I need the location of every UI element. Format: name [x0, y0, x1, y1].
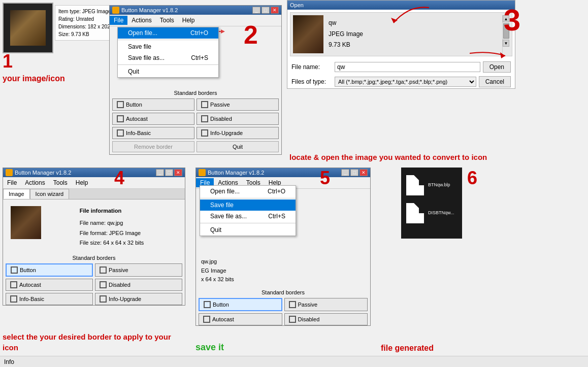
step4-close[interactable]: ✕: [174, 169, 182, 176]
info-label: Info: [4, 358, 14, 365]
step5-btn-button[interactable]: Button: [199, 298, 282, 311]
file-name-input[interactable]: [335, 62, 480, 72]
step5-file-snippet: qw.jpg EG Image x 64 x 32 bits: [196, 255, 370, 287]
step4-btn-info-basic[interactable]: Info-Basic: [6, 293, 93, 305]
step5-ft: EG Image: [201, 266, 365, 276]
file-icon-item-2: DISBTNqw...: [406, 203, 457, 223]
menu-file[interactable]: File: [110, 16, 127, 25]
bottom-section: Button Manager v1.8.2 _ □ ✕ File Actions…: [0, 165, 588, 367]
menu-actions[interactable]: Actions: [127, 16, 155, 25]
open-file-item[interactable]: Open file... Ctrl+O: [118, 27, 218, 39]
step5-save-file[interactable]: Save file: [200, 199, 296, 211]
menu-help[interactable]: Help: [178, 16, 199, 25]
step5-maximize[interactable]: □: [350, 169, 358, 176]
file-info-name: qw: [329, 18, 363, 29]
file-info-panel: qw JPEG Image 9.73 KB: [323, 15, 363, 53]
step4-number: 4: [114, 168, 124, 189]
step5-fs: x 64 x 32 bits: [201, 275, 365, 284]
file-dropdown: Open file... Ctrl+O Save file Save file …: [117, 27, 219, 78]
step5-quit[interactable]: Quit: [200, 224, 296, 236]
step4-area: Button Manager v1.8.2 _ □ ✕ File Actions…: [0, 165, 190, 367]
step4-btn-passive[interactable]: Passive: [95, 263, 182, 277]
step4-file-info: File information File name: qw.jpg File …: [3, 199, 185, 252]
app-icon-5: [199, 169, 206, 176]
step5-save-file-as[interactable]: Save file as... Ctrl+S: [200, 211, 296, 222]
file-name-label: File name:: [291, 63, 332, 71]
app-icon-4: [6, 169, 13, 176]
quit-item[interactable]: Quit: [118, 66, 218, 77]
step5-borders-grid: Button Passive Autocast Disabled: [196, 298, 370, 325]
app-icon: [112, 7, 119, 14]
btn-passive[interactable]: Passive: [197, 98, 279, 111]
step2-title-bar: Button Manager v1.8.2 _ □ ✕: [110, 6, 281, 15]
step4-title-bar: Button Manager v1.8.2 _ □ ✕: [3, 168, 185, 177]
step5-btn-passive[interactable]: Passive: [284, 298, 368, 311]
step4-menu-tools[interactable]: Tools: [49, 178, 72, 187]
quit-btn[interactable]: Quit: [197, 141, 279, 152]
step5-area: Button Manager v1.8.2 _ □ ✕ File Actions…: [193, 165, 381, 367]
step5-minimize[interactable]: _: [341, 169, 349, 176]
file-type-select[interactable]: All (*.bmp;*.jpg;*.jpeg;*.tga;*.psd;*.bl…: [335, 77, 476, 87]
step5-open-file[interactable]: Open file... Ctrl+O: [200, 186, 296, 197]
step2-number: 2: [244, 20, 258, 50]
step3-area: Open qw JPEG Image 9.73 KB ▲ ▼: [287, 0, 526, 168]
step4-thumbnail: [11, 206, 41, 239]
tab-bar: Image Icon wizard: [3, 189, 185, 199]
btn-info-basic[interactable]: Info-Basic: [112, 127, 194, 139]
files-of-type-label: Files of type:: [291, 78, 332, 85]
save-file-as-item[interactable]: Save file as... Ctrl+S: [118, 52, 218, 63]
step5-title-bar: Button Manager v1.8.2 _ □ ✕: [196, 168, 370, 177]
step4-menu-file[interactable]: File: [3, 178, 21, 187]
tab-icon-wizard[interactable]: Icon wizard: [30, 189, 70, 199]
step3-arrow1: [388, 3, 439, 33]
cancel-file-btn[interactable]: Cancel: [479, 76, 511, 87]
bottom-buttons: Remove border Quit: [110, 139, 281, 154]
dropdown-divider1: [118, 40, 218, 40]
step4-btn-disabled[interactable]: Disabled: [95, 279, 182, 291]
dropdown-divider2: [118, 64, 218, 65]
step2-borders: Standard borders Button Passive Autocast…: [110, 90, 281, 154]
btn-info-upgrade[interactable]: Info-Upgrade: [197, 127, 279, 139]
step4-minimize[interactable]: _: [156, 169, 164, 176]
step3-desc: locate & open the image you wanted to co…: [289, 152, 508, 162]
save-file-item[interactable]: Save file: [118, 41, 218, 52]
step4-info-title: File information: [80, 206, 144, 216]
step6-number: 6: [467, 168, 477, 189]
tab-image[interactable]: Image: [3, 189, 30, 199]
step4-desc: select the your desired border to apply …: [3, 331, 185, 353]
step5-divider2: [200, 223, 296, 223]
step4-maximize[interactable]: □: [165, 169, 173, 176]
scroll-down-btn[interactable]: ▼: [503, 40, 509, 47]
step4-btn-button[interactable]: Button: [6, 263, 93, 277]
step3-arrow2: [470, 48, 510, 63]
step5-number: 5: [320, 168, 330, 189]
step4-btn-info-upgrade[interactable]: Info-Upgrade: [95, 293, 182, 305]
step5-borders-title: Standard borders: [196, 289, 370, 295]
btn-button[interactable]: Button: [112, 98, 194, 111]
maximize-button[interactable]: □: [262, 7, 270, 14]
step4-file-size: File size: 64 x 64 x 32 bits: [80, 238, 144, 248]
file-icon-label-2: DISBTNqw...: [428, 210, 454, 216]
svg-marker-3: [500, 52, 505, 58]
btn-disabled[interactable]: Disabled: [197, 113, 279, 125]
step4-btn-autocast[interactable]: Autocast: [6, 279, 93, 291]
step4-window-title: Button Manager v1.8.2: [15, 170, 156, 176]
step6-area: 6 BTNqw.blp DISBTNqw... file generated: [378, 165, 485, 367]
step5-btn-disabled[interactable]: Disabled: [284, 313, 368, 325]
btn-autocast[interactable]: Autocast: [112, 113, 194, 125]
file-icon-item-1: BTNqw.blp: [406, 175, 457, 195]
step5-close[interactable]: ✕: [360, 169, 368, 176]
step5-dropdown: Open file... Ctrl+O Save file Save file …: [200, 185, 296, 236]
step1-thumbnail: [10, 10, 46, 46]
step5-btn-autocast[interactable]: Autocast: [199, 313, 282, 325]
step4-menu-actions[interactable]: Actions: [21, 178, 49, 187]
file-icon-img-2: [406, 203, 424, 223]
step1-number: 1: [3, 51, 13, 72]
top-section: Item type: JPEG Image Rating: Unrated Di…: [0, 0, 588, 168]
menu-tools[interactable]: Tools: [156, 16, 178, 25]
minimize-button[interactable]: _: [252, 7, 260, 14]
remove-border-btn[interactable]: Remove border: [112, 141, 194, 152]
step2-area: Button Manager v1.8.2 _ □ ✕ File Actions…: [107, 3, 282, 170]
close-button[interactable]: ✕: [271, 7, 279, 14]
step4-menu-help[interactable]: Help: [72, 178, 92, 187]
